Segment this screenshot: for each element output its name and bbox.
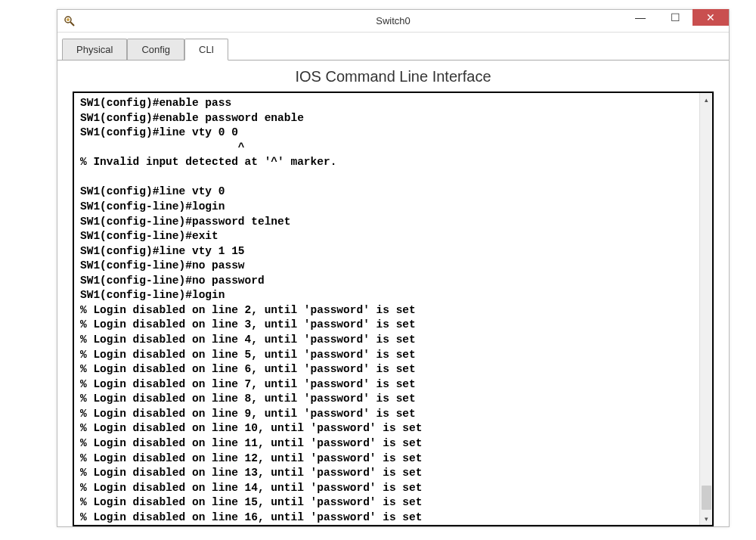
- window-title: Switch0: [376, 15, 411, 26]
- cli-heading: IOS Command Line Interface: [73, 68, 714, 85]
- tab-cli[interactable]: CLI: [184, 39, 228, 61]
- content-area: IOS Command Line Interface SW1(config)#e…: [57, 61, 729, 526]
- svg-line-1: [70, 22, 74, 26]
- terminal-output[interactable]: SW1(config)#enable pass SW1(config)#enab…: [74, 93, 712, 525]
- vertical-scrollbar[interactable]: ▴ ▾: [699, 93, 712, 525]
- app-window: Switch0 — ☐ ✕ Physical Config CLI IOS Co…: [57, 9, 730, 527]
- scroll-thumb[interactable]: [702, 486, 711, 510]
- tab-physical[interactable]: Physical: [62, 39, 127, 60]
- minimize-button[interactable]: —: [623, 9, 658, 26]
- close-button[interactable]: ✕: [692, 9, 729, 26]
- tab-config[interactable]: Config: [127, 39, 184, 60]
- terminal-container: SW1(config)#enable pass SW1(config)#enab…: [73, 92, 714, 526]
- scroll-down-arrow[interactable]: ▾: [700, 512, 712, 525]
- window-controls: — ☐ ✕: [623, 10, 729, 32]
- maximize-button[interactable]: ☐: [658, 9, 692, 26]
- tab-bar: Physical Config CLI: [57, 33, 729, 61]
- titlebar[interactable]: Switch0 — ☐ ✕: [57, 10, 729, 33]
- scroll-up-arrow[interactable]: ▴: [700, 93, 712, 106]
- app-icon: [64, 15, 76, 27]
- svg-point-2: [67, 18, 70, 21]
